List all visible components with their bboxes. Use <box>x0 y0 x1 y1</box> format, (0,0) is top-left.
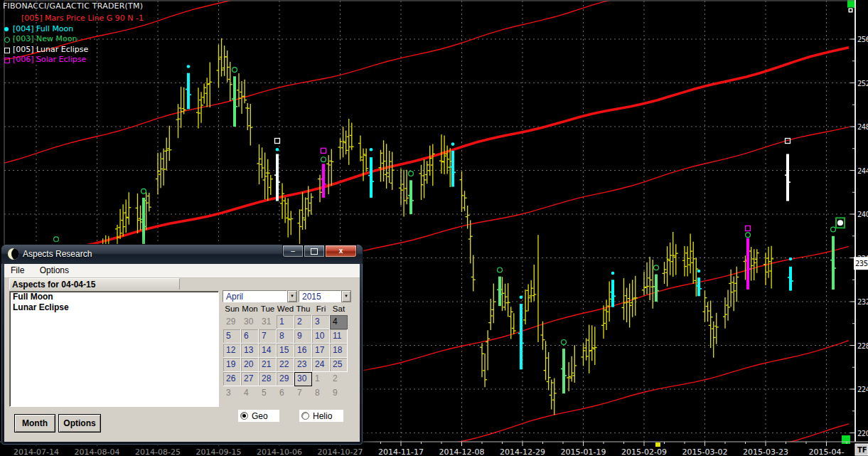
calendar-day[interactable]: 13 <box>241 344 259 358</box>
axis-yellow-marker <box>655 442 660 447</box>
geo-radio[interactable]: Geo <box>238 410 279 422</box>
calendar-day[interactable]: 30 <box>241 315 259 329</box>
calendar-day[interactable]: 8 <box>277 329 294 344</box>
calendar-day[interactable]: 19 <box>223 358 241 372</box>
aspect-list-item[interactable]: Lunar Eclipse <box>10 302 218 313</box>
x-axis-label: 2015-03-23 <box>743 447 788 456</box>
calendar-day[interactable]: 22 <box>277 358 294 372</box>
calendar-day[interactable]: 1 <box>277 315 294 329</box>
calendar-day[interactable]: 20 <box>241 358 259 372</box>
calendar-day[interactable]: 2 <box>330 372 348 386</box>
x-axis-label: 2014-08-04 <box>75 447 120 456</box>
x-axis-label: 2014-08-25 <box>135 447 181 456</box>
full-moon-dot-icon <box>789 258 793 261</box>
calendar-day[interactable]: 29 <box>223 315 241 329</box>
dialog-title-bar[interactable]: Aspects Research – x <box>1 245 363 264</box>
calendar-day[interactable]: 4 <box>330 315 348 329</box>
full-moon-dot-icon <box>611 272 615 275</box>
weekday-header: Sat <box>330 304 348 313</box>
calendar-day[interactable]: 10 <box>312 329 330 344</box>
calendar-day[interactable]: 3 <box>223 386 241 401</box>
month-dropdown-arrow-icon[interactable]: ▼ <box>287 290 297 302</box>
calendar-day[interactable]: 21 <box>259 358 277 372</box>
aspect-list-item[interactable]: Full Moon <box>10 292 218 302</box>
x-axis-label: 2015-02-09 <box>621 447 667 456</box>
calendar-day[interactable]: 7 <box>294 386 312 401</box>
x-axis-label: 2015-01-19 <box>561 447 606 456</box>
month-button[interactable]: Month <box>14 414 55 433</box>
x-axis-label: 2014-07-14 <box>14 447 59 456</box>
x-axis-label: 2014-12-08 <box>439 447 485 456</box>
full-moon-dot-icon <box>370 148 373 152</box>
dialog-body: File Options Aspects for 04-04-15 Full M… <box>4 264 360 442</box>
galactic-trader-app: 2014-07-142014-08-042014-08-252014-09-15… <box>0 0 868 456</box>
weekday-header: Sun <box>223 304 241 313</box>
maximize-button[interactable] <box>304 245 325 258</box>
menu-options[interactable]: Options <box>33 264 75 277</box>
helio-radio-icon <box>301 412 309 420</box>
y-axis-label: 2240 <box>857 386 868 393</box>
aspects-listbox[interactable]: Full Moon Lunar Eclipse <box>9 291 219 407</box>
y-axis-label: 2400 <box>857 211 868 218</box>
x-axis-label: 2014-12-29 <box>500 447 545 456</box>
close-button[interactable]: x <box>325 245 357 258</box>
maximize-icon <box>311 248 318 255</box>
weekday-header: Tue <box>259 304 277 313</box>
options-button[interactable]: Options <box>58 414 101 433</box>
helio-radio[interactable]: Helio <box>299 410 343 422</box>
y-axis-label: 2200 <box>857 430 868 438</box>
tf-button-label: TF <box>857 446 867 454</box>
x-axis-label: 2014-10-06 <box>257 447 302 456</box>
y-axis-label: 2480 <box>857 123 868 131</box>
calendar-day[interactable]: 27 <box>241 372 259 386</box>
month-dropdown[interactable]: April <box>223 290 287 302</box>
calendar-day[interactable]: 1 <box>312 372 330 386</box>
full-moon-dot-icon <box>451 142 455 146</box>
menu-file[interactable]: File <box>4 264 31 277</box>
calendar-day[interactable]: 3 <box>312 315 330 329</box>
calendar-day[interactable]: 16 <box>294 344 312 358</box>
weekday-header: Wed <box>277 304 294 313</box>
calendar-day[interactable]: 6 <box>277 386 294 401</box>
minimize-button[interactable]: – <box>282 245 304 258</box>
scroll-corner-green-marker <box>847 0 855 8</box>
calendar-day[interactable]: 5 <box>223 329 241 344</box>
calendar-day[interactable]: 30 <box>294 372 312 386</box>
calendar-day[interactable]: 9 <box>294 329 312 344</box>
calendar-day[interactable]: 8 <box>312 386 330 401</box>
calendar-day[interactable]: 4 <box>241 386 259 401</box>
year-dropdown[interactable]: 2015 <box>299 290 341 302</box>
y-axis-label: 2560 <box>857 36 868 43</box>
calendar-day-grid: 2930311234567891011121314151617181920212… <box>223 315 348 402</box>
calendar-day[interactable]: 25 <box>330 358 348 372</box>
calendar-day[interactable]: 5 <box>259 386 277 401</box>
year-dropdown-arrow-icon[interactable]: ▼ <box>341 290 351 302</box>
current-event-circle-icon <box>837 220 843 226</box>
calendar-day[interactable]: 11 <box>330 329 348 344</box>
calendar-day[interactable]: 9 <box>330 386 348 401</box>
dialog-title: Aspects Research <box>23 249 92 259</box>
calendar-day[interactable]: 18 <box>330 344 348 358</box>
calendar-day[interactable]: 2 <box>294 315 312 329</box>
calendar-day[interactable]: 29 <box>277 372 294 386</box>
weekday-header: Fri <box>312 304 330 313</box>
calendar-day[interactable]: 17 <box>312 344 330 358</box>
calendar-control: April ▼ 2015 ▼ SunMonTueWedThuFriSat 293… <box>222 290 353 404</box>
weekday-header: Thu <box>294 304 312 313</box>
calendar-day[interactable]: 15 <box>277 344 294 358</box>
calendar-day[interactable]: 12 <box>223 344 241 358</box>
calendar-day[interactable]: 7 <box>259 329 277 344</box>
calendar-day[interactable]: 24 <box>312 358 330 372</box>
calendar-day[interactable]: 31 <box>259 315 277 329</box>
calendar-day[interactable]: 6 <box>241 329 259 344</box>
y-axis-label: 2520 <box>857 80 868 88</box>
calendar-day[interactable]: 14 <box>259 344 277 358</box>
calendar-day[interactable]: 28 <box>259 372 277 386</box>
calendar-day[interactable]: 26 <box>223 372 241 386</box>
current-price-label: 2355 <box>855 260 868 267</box>
y-axis-label: 2320 <box>857 298 868 306</box>
axis-green-marker <box>842 435 850 444</box>
x-axis-label: 2014-11-17 <box>378 447 424 456</box>
calendar-day[interactable]: 23 <box>294 358 312 372</box>
full-moon-dot-icon <box>520 296 523 299</box>
